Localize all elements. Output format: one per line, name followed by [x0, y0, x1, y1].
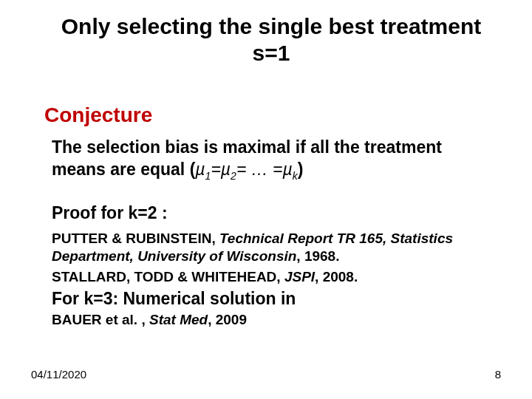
- for-k3-heading: For k=3: Numerical solution in: [52, 289, 296, 309]
- mu-expression: µ1=µ2= … =µk: [195, 160, 297, 179]
- title-line-1: Only selecting the single best treatment: [61, 14, 481, 38]
- slide-date: 04/11/2020: [31, 368, 86, 381]
- page-number: 8: [495, 368, 501, 381]
- slide-title: Only selecting the single best treatment…: [40, 13, 502, 66]
- statement-tail: ): [298, 160, 304, 179]
- reference-2: STALLARD, TODD & WHITEHEAD, JSPI, 2008.: [52, 268, 488, 286]
- slide: Only selecting the single best treatment…: [0, 0, 532, 399]
- proof-heading: Proof for k=2 :: [52, 203, 168, 223]
- title-line-2: s=1: [253, 41, 290, 65]
- reference-3: BAUER et al. , Stat Med, 2009: [52, 312, 247, 328]
- conjecture-statement: The selection bias is maximal if all the…: [52, 137, 488, 183]
- conjecture-heading: Conjecture: [44, 103, 152, 127]
- reference-1: PUTTER & RUBINSTEIN, Technical Report TR…: [52, 230, 488, 265]
